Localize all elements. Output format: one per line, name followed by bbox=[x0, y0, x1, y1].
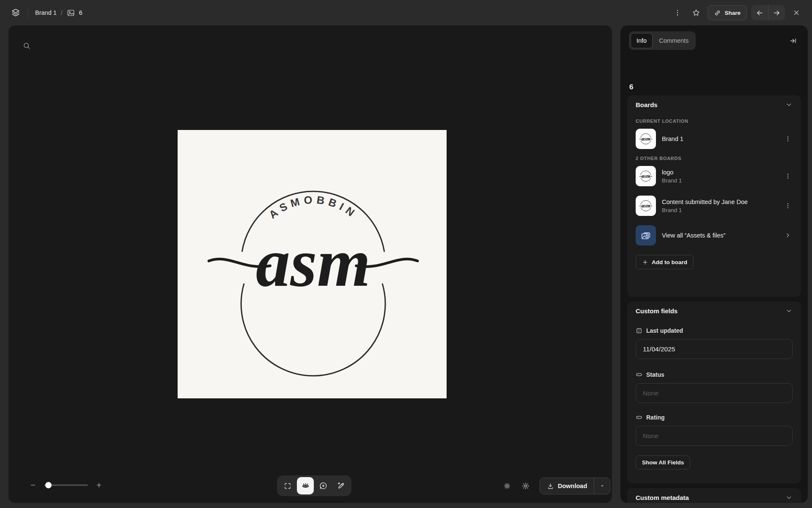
zoom-slider[interactable] bbox=[44, 484, 88, 486]
download-options-button[interactable] bbox=[594, 478, 610, 494]
board-row-current[interactable]: asm Brand 1 bbox=[627, 129, 801, 149]
boards-header-label: Boards bbox=[636, 101, 658, 108]
previous-asset-button[interactable] bbox=[751, 5, 768, 20]
preview-mode-button[interactable] bbox=[297, 477, 314, 494]
search-icon bbox=[22, 41, 31, 50]
select-field-icon bbox=[636, 414, 642, 421]
zoom-in-button[interactable] bbox=[94, 480, 104, 490]
download-button[interactable]: Download bbox=[540, 478, 594, 494]
asset-title: 6 bbox=[629, 83, 633, 91]
status-input[interactable] bbox=[636, 383, 793, 403]
layers-logo-icon bbox=[11, 8, 20, 17]
zoom-slider-thumb[interactable] bbox=[45, 482, 52, 489]
download-icon bbox=[547, 483, 554, 490]
field-label-last-updated: Last updated bbox=[627, 327, 801, 334]
rating-input[interactable] bbox=[636, 426, 793, 446]
svg-text:ASMOBBIN: ASMOBBIN bbox=[267, 193, 360, 221]
custom-metadata-section: Custom metadata bbox=[627, 488, 801, 503]
board-row-content-submitted[interactable]: asm Content submitted by Jane Doe Brand … bbox=[627, 196, 801, 216]
view-all-assets-row[interactable]: View all “Assets & files” bbox=[627, 225, 801, 246]
board-row-logo[interactable]: asm logo Brand 1 bbox=[627, 166, 801, 186]
app-logo-button[interactable] bbox=[8, 6, 23, 20]
collapse-sidebar-button[interactable] bbox=[787, 34, 799, 47]
kebab-menu-icon bbox=[785, 173, 791, 179]
custom-fields-section: Custom fields Last updated Status bbox=[627, 301, 801, 483]
board-menu-button[interactable] bbox=[782, 199, 794, 212]
kebab-menu-icon bbox=[674, 9, 681, 17]
board-menu-button[interactable] bbox=[782, 133, 794, 145]
zoom-control bbox=[28, 480, 104, 490]
board-subtitle: Brand 1 bbox=[662, 207, 748, 213]
board-subtitle: Brand 1 bbox=[662, 177, 682, 184]
download-split-button: Download bbox=[540, 478, 610, 494]
tab-comments[interactable]: Comments bbox=[653, 33, 694, 48]
current-location-label: CURRENT LOCATION bbox=[627, 119, 801, 124]
field-label-text: Last updated bbox=[646, 327, 683, 334]
topbar-divider bbox=[28, 7, 28, 18]
download-label: Download bbox=[558, 483, 587, 489]
board-thumbnail: asm bbox=[636, 166, 656, 186]
field-label-status: Status bbox=[627, 371, 801, 378]
favorite-button[interactable] bbox=[689, 6, 703, 20]
svg-text:asm: asm bbox=[642, 136, 650, 142]
field-label-text: Rating bbox=[646, 414, 665, 421]
last-updated-input[interactable] bbox=[636, 339, 793, 359]
sun-icon bbox=[503, 482, 511, 490]
breadcrumb-board-link[interactable]: Brand 1 bbox=[35, 9, 57, 16]
link-icon bbox=[714, 9, 721, 17]
kebab-menu-icon bbox=[785, 202, 791, 209]
artwork-arc-text: ASMOBBIN bbox=[267, 193, 360, 221]
show-all-fields-button[interactable]: Show All Fields bbox=[636, 456, 690, 469]
canvas-controls-right: Download bbox=[499, 478, 610, 494]
custom-fields-header[interactable]: Custom fields bbox=[627, 301, 801, 315]
kebab-menu-icon bbox=[785, 135, 791, 142]
share-button[interactable]: Share bbox=[708, 5, 747, 20]
board-title: logo bbox=[662, 169, 682, 176]
chevron-down-icon bbox=[785, 307, 793, 315]
chevron-down-icon bbox=[785, 494, 793, 501]
board-menu-button[interactable] bbox=[782, 170, 794, 182]
custom-metadata-header[interactable]: Custom metadata bbox=[627, 488, 801, 501]
top-bar: Brand 1 / 6 bbox=[0, 0, 812, 25]
custom-metadata-header-label: Custom metadata bbox=[636, 494, 689, 501]
breadcrumb-separator: / bbox=[61, 9, 63, 16]
boards-section: Boards CURRENT LOCATION asm Brand 1 bbox=[627, 95, 801, 297]
canvas-search-button[interactable] bbox=[19, 39, 34, 53]
fullscreen-button[interactable] bbox=[279, 477, 296, 494]
add-to-board-label: Add to board bbox=[652, 259, 687, 265]
breadcrumb-asset-name: 6 bbox=[79, 9, 82, 16]
brightness-button[interactable] bbox=[499, 478, 515, 494]
view-mode-toolbar bbox=[277, 475, 351, 496]
close-viewer-button[interactable] bbox=[789, 6, 804, 20]
star-icon bbox=[692, 8, 700, 17]
add-to-board-button[interactable]: Add to board bbox=[636, 255, 694, 269]
next-asset-button[interactable] bbox=[768, 5, 785, 20]
settings-button[interactable] bbox=[518, 478, 534, 494]
field-label-text: Status bbox=[646, 371, 664, 378]
arrow-right-icon bbox=[773, 9, 781, 17]
preview-canvas: ASMOBBIN asm bbox=[8, 25, 612, 503]
asset-viewer-window: Brand 1 / 6 bbox=[0, 0, 812, 508]
artwork-script-text: asm bbox=[256, 224, 370, 301]
image-file-icon bbox=[67, 9, 75, 17]
assets-collection-icon-tile bbox=[636, 225, 656, 246]
board-title: Brand 1 bbox=[662, 135, 683, 142]
fullscreen-icon bbox=[283, 482, 292, 490]
share-label: Share bbox=[724, 10, 741, 16]
tab-info[interactable]: Info bbox=[631, 33, 653, 48]
markup-button[interactable] bbox=[332, 477, 349, 494]
collapse-panel-icon bbox=[789, 37, 797, 45]
photos-stack-icon bbox=[640, 230, 651, 241]
eye-icon bbox=[301, 481, 310, 490]
zoom-out-button[interactable] bbox=[28, 480, 38, 490]
board-thumbnail: asm bbox=[636, 129, 656, 149]
asset-image: ASMOBBIN asm bbox=[178, 130, 447, 398]
boards-section-header[interactable]: Boards bbox=[627, 95, 801, 108]
pen-sparkle-icon bbox=[337, 481, 346, 490]
add-comment-button[interactable] bbox=[315, 477, 332, 494]
more-options-button[interactable] bbox=[670, 6, 685, 20]
field-label-rating: Rating bbox=[627, 414, 801, 421]
close-icon bbox=[793, 9, 800, 17]
sidebar-tabs: Info Comments bbox=[629, 31, 696, 50]
select-field-icon bbox=[636, 371, 642, 378]
